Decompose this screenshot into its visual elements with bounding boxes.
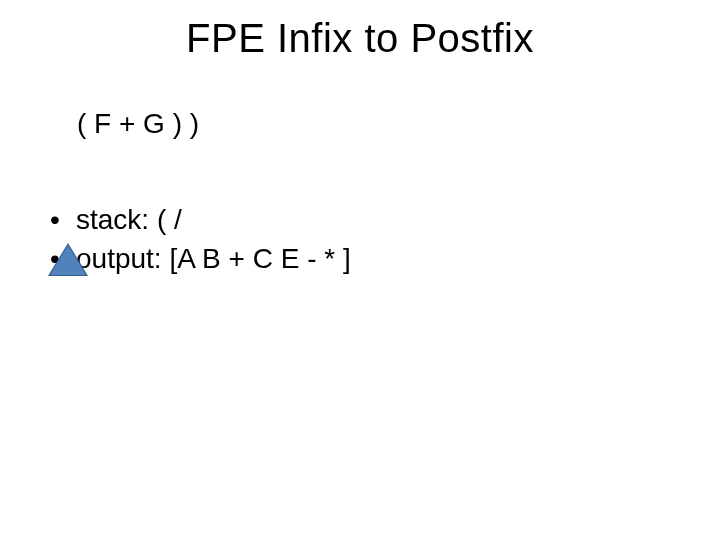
bullet-label: stack: xyxy=(76,204,149,235)
pointer-triangle-icon xyxy=(50,245,86,275)
slide: FPE Infix to Postfix ( F + G ) ) stack: … xyxy=(0,0,720,540)
list-item: stack: ( / xyxy=(44,200,680,239)
bullet-list: stack: ( / output: [A B + C E - * ] xyxy=(44,200,680,278)
bullet-value: [A B + C E - * ] xyxy=(169,243,350,274)
bullet-value: ( / xyxy=(157,204,182,235)
bullet-label: output: xyxy=(76,243,162,274)
slide-title: FPE Infix to Postfix xyxy=(0,16,720,61)
list-item: output: [A B + C E - * ] xyxy=(44,239,680,278)
expression-text: ( F + G ) ) xyxy=(77,108,199,140)
